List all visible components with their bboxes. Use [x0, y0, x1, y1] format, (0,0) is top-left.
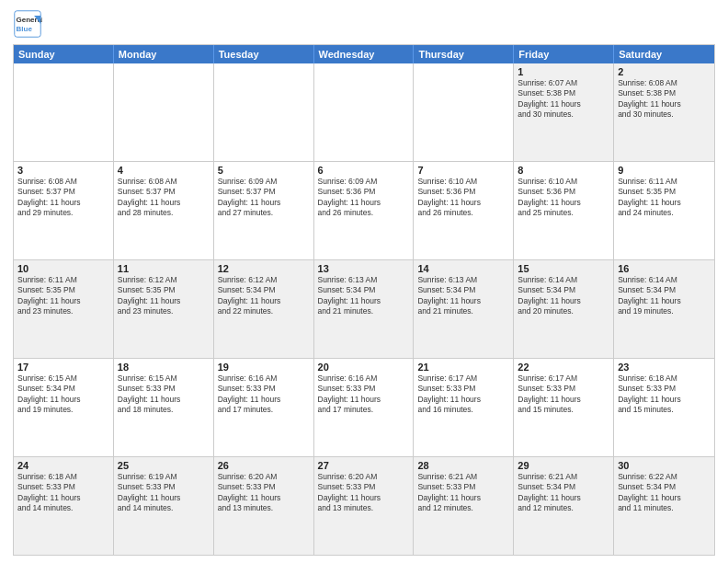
day-number: 17 [17, 362, 109, 373]
day-number: 19 [218, 362, 310, 373]
day-info: Sunrise: 6:09 AM Sunset: 5:37 PM Dayligh… [218, 177, 310, 219]
day-cell-26: 26Sunrise: 6:20 AM Sunset: 5:33 PM Dayli… [214, 457, 314, 555]
day-info: Sunrise: 6:11 AM Sunset: 5:35 PM Dayligh… [618, 177, 711, 219]
day-info: Sunrise: 6:17 AM Sunset: 5:33 PM Dayligh… [417, 373, 509, 416]
weekday-header-monday: Monday [114, 45, 214, 63]
empty-cell-0-1 [114, 63, 214, 161]
calendar-row-5: 24Sunrise: 6:18 AM Sunset: 5:33 PM Dayli… [14, 456, 714, 555]
day-info: Sunrise: 6:08 AM Sunset: 5:37 PM Dayligh… [17, 177, 109, 219]
day-info: Sunrise: 6:16 AM Sunset: 5:33 PM Dayligh… [318, 373, 410, 416]
day-number: 6 [318, 165, 410, 176]
day-info: Sunrise: 6:13 AM Sunset: 5:34 PM Dayligh… [318, 275, 410, 317]
day-cell-16: 16Sunrise: 6:14 AM Sunset: 5:34 PM Dayli… [614, 260, 714, 358]
day-info: Sunrise: 6:15 AM Sunset: 5:34 PM Dayligh… [17, 373, 109, 416]
day-cell-9: 9Sunrise: 6:11 AM Sunset: 5:35 PM Daylig… [614, 162, 714, 259]
empty-cell-0-3 [314, 63, 415, 161]
day-cell-10: 10Sunrise: 6:11 AM Sunset: 5:35 PM Dayli… [14, 260, 114, 358]
day-cell-28: 28Sunrise: 6:21 AM Sunset: 5:33 PM Dayli… [414, 457, 514, 555]
calendar-body: 1Sunrise: 6:07 AM Sunset: 5:38 PM Daylig… [14, 63, 714, 555]
empty-cell-0-0 [14, 63, 114, 161]
header: General Blue [13, 9, 715, 39]
day-cell-6: 6Sunrise: 6:09 AM Sunset: 5:36 PM Daylig… [314, 162, 415, 259]
day-number: 23 [618, 362, 711, 373]
day-cell-15: 15Sunrise: 6:14 AM Sunset: 5:34 PM Dayli… [514, 260, 614, 358]
day-cell-20: 20Sunrise: 6:16 AM Sunset: 5:33 PM Dayli… [314, 359, 415, 456]
day-info: Sunrise: 6:14 AM Sunset: 5:34 PM Dayligh… [518, 275, 609, 317]
day-number: 13 [318, 263, 410, 274]
weekday-header-wednesday: Wednesday [314, 45, 415, 63]
day-info: Sunrise: 6:21 AM Sunset: 5:34 PM Dayligh… [518, 472, 609, 514]
day-cell-13: 13Sunrise: 6:13 AM Sunset: 5:34 PM Dayli… [314, 260, 415, 358]
day-cell-27: 27Sunrise: 6:20 AM Sunset: 5:33 PM Dayli… [314, 457, 415, 555]
day-number: 4 [118, 165, 210, 176]
day-number: 11 [118, 263, 210, 274]
day-info: Sunrise: 6:18 AM Sunset: 5:33 PM Dayligh… [17, 472, 109, 514]
day-cell-12: 12Sunrise: 6:12 AM Sunset: 5:34 PM Dayli… [214, 260, 314, 358]
day-info: Sunrise: 6:15 AM Sunset: 5:33 PM Dayligh… [118, 373, 210, 416]
page: General Blue SundayMondayTuesdayWednesda… [0, 0, 728, 563]
weekday-header-friday: Friday [514, 45, 614, 63]
logo-icon: General Blue [13, 9, 42, 39]
day-info: Sunrise: 6:19 AM Sunset: 5:33 PM Dayligh… [118, 472, 210, 514]
day-cell-5: 5Sunrise: 6:09 AM Sunset: 5:37 PM Daylig… [214, 162, 314, 259]
day-cell-30: 30Sunrise: 6:22 AM Sunset: 5:34 PM Dayli… [614, 457, 714, 555]
day-cell-18: 18Sunrise: 6:15 AM Sunset: 5:33 PM Dayli… [114, 359, 214, 456]
day-number: 29 [518, 460, 609, 471]
day-number: 12 [218, 263, 310, 274]
day-number: 7 [417, 165, 509, 176]
day-number: 24 [17, 460, 109, 471]
day-number: 20 [318, 362, 410, 373]
logo: General Blue [13, 9, 42, 39]
day-info: Sunrise: 6:12 AM Sunset: 5:34 PM Dayligh… [218, 275, 310, 317]
day-number: 27 [318, 460, 410, 471]
day-info: Sunrise: 6:14 AM Sunset: 5:34 PM Dayligh… [618, 275, 711, 317]
day-cell-22: 22Sunrise: 6:17 AM Sunset: 5:33 PM Dayli… [514, 359, 614, 456]
day-number: 21 [417, 362, 509, 373]
day-info: Sunrise: 6:17 AM Sunset: 5:33 PM Dayligh… [518, 373, 609, 416]
calendar: SundayMondayTuesdayWednesdayThursdayFrid… [13, 44, 715, 556]
day-info: Sunrise: 6:13 AM Sunset: 5:34 PM Dayligh… [417, 275, 509, 317]
day-info: Sunrise: 6:22 AM Sunset: 5:34 PM Dayligh… [618, 472, 711, 514]
day-cell-8: 8Sunrise: 6:10 AM Sunset: 5:36 PM Daylig… [514, 162, 614, 259]
weekday-header-tuesday: Tuesday [214, 45, 314, 63]
day-info: Sunrise: 6:08 AM Sunset: 5:38 PM Dayligh… [618, 78, 711, 121]
day-info: Sunrise: 6:20 AM Sunset: 5:33 PM Dayligh… [318, 472, 410, 514]
day-info: Sunrise: 6:20 AM Sunset: 5:33 PM Dayligh… [218, 472, 310, 514]
day-number: 22 [518, 362, 609, 373]
day-info: Sunrise: 6:08 AM Sunset: 5:37 PM Dayligh… [118, 177, 210, 219]
calendar-header: SundayMondayTuesdayWednesdayThursdayFrid… [14, 45, 714, 63]
day-info: Sunrise: 6:16 AM Sunset: 5:33 PM Dayligh… [218, 373, 310, 416]
day-cell-2: 2Sunrise: 6:08 AM Sunset: 5:38 PM Daylig… [614, 63, 714, 161]
empty-cell-0-2 [214, 63, 314, 161]
day-info: Sunrise: 6:21 AM Sunset: 5:33 PM Dayligh… [417, 472, 509, 514]
day-number: 25 [118, 460, 210, 471]
day-cell-24: 24Sunrise: 6:18 AM Sunset: 5:33 PM Dayli… [14, 457, 114, 555]
day-cell-14: 14Sunrise: 6:13 AM Sunset: 5:34 PM Dayli… [414, 260, 514, 358]
weekday-header-sunday: Sunday [14, 45, 114, 63]
day-number: 28 [417, 460, 509, 471]
day-cell-4: 4Sunrise: 6:08 AM Sunset: 5:37 PM Daylig… [114, 162, 214, 259]
day-number: 15 [518, 263, 609, 274]
day-cell-17: 17Sunrise: 6:15 AM Sunset: 5:34 PM Dayli… [14, 359, 114, 456]
weekday-header-thursday: Thursday [414, 45, 514, 63]
day-number: 8 [518, 165, 609, 176]
calendar-row-2: 3Sunrise: 6:08 AM Sunset: 5:37 PM Daylig… [14, 161, 714, 259]
day-number: 14 [417, 263, 509, 274]
day-number: 30 [618, 460, 711, 471]
day-info: Sunrise: 6:18 AM Sunset: 5:33 PM Dayligh… [618, 373, 711, 416]
day-number: 2 [618, 66, 711, 77]
day-number: 3 [17, 165, 109, 176]
calendar-row-3: 10Sunrise: 6:11 AM Sunset: 5:35 PM Dayli… [14, 259, 714, 358]
day-info: Sunrise: 6:10 AM Sunset: 5:36 PM Dayligh… [518, 177, 609, 219]
day-number: 5 [218, 165, 310, 176]
day-info: Sunrise: 6:07 AM Sunset: 5:38 PM Dayligh… [518, 78, 609, 121]
weekday-header-saturday: Saturday [614, 45, 714, 63]
day-cell-23: 23Sunrise: 6:18 AM Sunset: 5:33 PM Dayli… [614, 359, 714, 456]
day-number: 26 [218, 460, 310, 471]
day-info: Sunrise: 6:11 AM Sunset: 5:35 PM Dayligh… [17, 275, 109, 317]
calendar-row-1: 1Sunrise: 6:07 AM Sunset: 5:38 PM Daylig… [14, 63, 714, 161]
calendar-row-4: 17Sunrise: 6:15 AM Sunset: 5:34 PM Dayli… [14, 358, 714, 456]
day-info: Sunrise: 6:09 AM Sunset: 5:36 PM Dayligh… [318, 177, 410, 219]
day-cell-3: 3Sunrise: 6:08 AM Sunset: 5:37 PM Daylig… [14, 162, 114, 259]
day-cell-25: 25Sunrise: 6:19 AM Sunset: 5:33 PM Dayli… [114, 457, 214, 555]
